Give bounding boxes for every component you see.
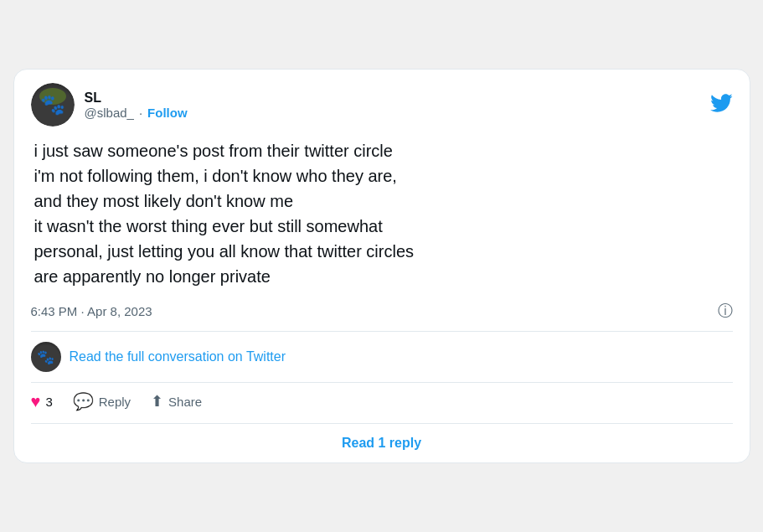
read-reply-button[interactable]: Read 1 reply: [31, 436, 733, 451]
like-count: 3: [45, 395, 52, 409]
read-reply-row: Read 1 reply: [31, 424, 733, 462]
follow-button[interactable]: Follow: [147, 106, 188, 120]
share-icon: ⬆: [151, 392, 163, 411]
user-info: SL @slbad_ · Follow: [85, 90, 188, 120]
handle-follow-row: @slbad_ · Follow: [85, 106, 188, 120]
tweet-card: SL @slbad_ · Follow i just saw someone's…: [13, 69, 750, 463]
conversation-row: Read the full conversation on Twitter: [31, 332, 733, 383]
reply-label: Reply: [99, 395, 131, 409]
avatar-small-image: [31, 342, 61, 372]
display-name: SL: [85, 90, 188, 106]
header-left: SL @slbad_ · Follow: [31, 83, 188, 127]
like-icon: ♥: [31, 392, 41, 411]
reply-icon: 💬: [73, 391, 94, 411]
tweet-body: i just saw someone's post from their twi…: [31, 138, 733, 289]
timestamp-row: 6:43 PM · Apr 8, 2023 ⓘ: [31, 301, 733, 332]
avatar-image: [31, 83, 75, 127]
avatar: [31, 83, 75, 127]
tweet-text-content: i just saw someone's post from their twi…: [34, 142, 415, 286]
twitter-logo-icon: [709, 91, 733, 118]
like-action[interactable]: ♥ 3: [31, 392, 53, 411]
tweet-timestamp: 6:43 PM · Apr 8, 2023: [31, 304, 152, 318]
share-action[interactable]: ⬆ Share: [151, 392, 202, 411]
read-full-conversation-link[interactable]: Read the full conversation on Twitter: [70, 349, 286, 364]
separator-dot: ·: [139, 106, 142, 120]
avatar-small: [31, 342, 61, 372]
user-handle: @slbad_: [85, 106, 134, 120]
share-label: Share: [168, 395, 202, 409]
reply-action[interactable]: 💬 Reply: [73, 391, 131, 411]
actions-row: ♥ 3 💬 Reply ⬆ Share: [31, 383, 733, 424]
info-icon[interactable]: ⓘ: [718, 301, 733, 321]
tweet-header: SL @slbad_ · Follow: [31, 83, 733, 127]
